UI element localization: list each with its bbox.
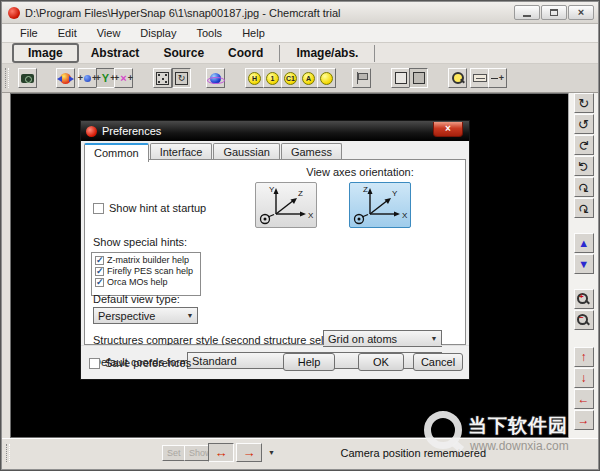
rotate-molecule-button[interactable] [56,68,75,88]
tab-image-abs[interactable]: Image/abs. [284,45,370,61]
menu-view[interactable]: View [87,25,131,41]
axes-option-zyx[interactable]: Z Y X [349,182,411,228]
hint-zmatrix-checkbox[interactable] [95,256,104,265]
add-measure-button[interactable]: + [488,68,507,88]
rotate-x-ccw-button[interactable]: ↺ [574,198,594,218]
rotate-ccw-icon: ↻ [578,118,589,131]
move-forward-button[interactable]: ▲ [574,233,594,253]
hint-orca-row[interactable]: Orca MOs help [95,277,200,287]
hint-firefly-row[interactable]: Firefly PES scan help [95,266,200,276]
close-icon: × [445,123,451,134]
view-tab-bar: Image Abstract Source Coord Image/abs. [2,43,598,64]
svg-text:Z: Z [298,189,303,198]
rotate-mode-button[interactable]: ↻ [172,68,191,88]
ruler-plus-icon: + [491,73,504,83]
menu-file[interactable]: File [10,25,48,41]
molecule-3d-icon [210,73,221,84]
move-backward-button[interactable]: ▼ [574,254,594,274]
rotate-y-ccw-button[interactable]: ↻ [574,156,594,176]
tab-image[interactable]: Image [12,43,79,63]
menu-edit[interactable]: Edit [48,25,87,41]
pan-up-button[interactable]: ↑ [574,347,594,367]
add-fragment-y-button[interactable]: +Y+ [96,68,115,88]
maximize-icon [550,9,558,16]
show-hydrogens-button[interactable]: H [245,68,264,88]
dialog-close-button[interactable]: × [433,122,463,137]
pan-left-button[interactable]: ← [574,389,594,409]
tab-coord[interactable]: Coord [216,45,275,61]
snapshot-button[interactable] [18,68,37,88]
svg-text:Y: Y [269,185,275,194]
dialog-tab-interface[interactable]: Interface [150,143,213,160]
axes-option-yzx[interactable]: Y Z X [255,182,317,228]
window-title: D:\Program Files\HyperSnap 6\1\snap00187… [25,7,514,19]
dialog-tab-gaussian[interactable]: Gaussian [213,143,279,160]
toolbar-grip[interactable] [5,68,9,88]
hint-zmatrix-row[interactable]: Z-matrix builder help [95,255,200,265]
rotate-z-ccw-button[interactable]: ↻ [574,114,594,134]
select-mode-button[interactable] [153,68,172,88]
special-hints-group: Z-matrix builder help Firefly PES scan h… [91,252,201,296]
menu-help[interactable]: Help [232,25,275,41]
show-plain-atoms-button[interactable] [317,68,336,88]
solid-box-button[interactable] [409,68,428,88]
pan-right-button[interactable]: → [574,410,594,430]
rotate-z-cw-button[interactable]: ↻ [574,93,594,113]
show-hint-checkbox-row[interactable]: Show hint at startup [93,202,206,214]
molecule-3d-button[interactable] [206,68,225,88]
dropdown-caret-icon[interactable]: ▼ [268,449,275,456]
status-message: Camera position remembered [340,447,486,459]
menu-tools[interactable]: Tools [186,25,232,41]
show-hint-label: Show hint at startup [109,202,206,214]
dialog-tab-gamess[interactable]: Gamess [281,143,342,160]
box-outline-icon [395,72,407,84]
show-symbols-numbers-button[interactable]: C1 [281,68,300,88]
hint-orca-checkbox[interactable] [95,278,104,287]
arrow-right-icon: → [578,414,590,426]
axes-yzx-icon: Y Z X [256,183,316,227]
svg-text:Z: Z [363,185,368,194]
delete-atom-icon: +×+ [114,72,133,84]
atom-a-icon: A [302,72,315,85]
view-type-label: Default view type: [93,293,180,305]
wireframe-box-button[interactable] [391,68,410,88]
show-numbers-button[interactable]: 1 [263,68,282,88]
svg-text:X: X [308,211,314,220]
rotate-y-cw-button[interactable]: ↻ [574,135,594,155]
zoom-out-button[interactable]: − [574,310,594,330]
hint-firefly-checkbox[interactable] [95,267,104,276]
swap-direction-button[interactable]: ↔ [208,443,234,462]
flag-tool-button[interactable] [352,68,371,88]
pan-down-button[interactable]: ↓ [574,368,594,388]
save-preferences-row[interactable]: Save preferences [89,357,191,369]
cancel-button[interactable]: Cancel [413,353,463,371]
help-button[interactable]: Help [283,353,335,371]
add-atom-icon: ++ [78,73,98,83]
tab-source[interactable]: Source [151,45,216,61]
view-type-select[interactable]: Perspective ▼ [93,307,198,324]
dialog-tab-common[interactable]: Common [84,143,149,162]
add-atom-button[interactable]: ++ [78,68,97,88]
close-button[interactable]: × [568,5,594,20]
show-symbols-button[interactable]: A [299,68,318,88]
show-hint-checkbox[interactable] [93,203,104,214]
set-button[interactable]: Set [162,445,186,461]
dialog-title-bar: Preferences × [81,121,469,141]
delete-atom-button[interactable]: +×+ [114,68,133,88]
save-preferences-checkbox[interactable] [89,358,100,369]
maximize-button[interactable] [541,5,567,20]
statusbar-grip[interactable] [6,444,10,462]
play-forward-button[interactable]: → [236,443,262,462]
measure-distance-button[interactable] [470,68,489,88]
ok-button[interactable]: OK [358,353,404,371]
atom-plain-icon [320,72,333,85]
dialog-tab-bar: Common Interface Gaussian Gamess [81,141,469,160]
zoom-in-button[interactable]: + [574,289,594,309]
menu-display[interactable]: Display [130,25,186,41]
minimize-button[interactable] [514,5,540,20]
tab-abstract[interactable]: Abstract [79,45,152,61]
zoom-in-icon: + [577,293,590,306]
comparer-style-value: Grid on atoms [324,333,427,345]
rotate-x-cw-button[interactable]: ↻ [574,177,594,197]
zoom-tool-button[interactable] [448,68,467,88]
